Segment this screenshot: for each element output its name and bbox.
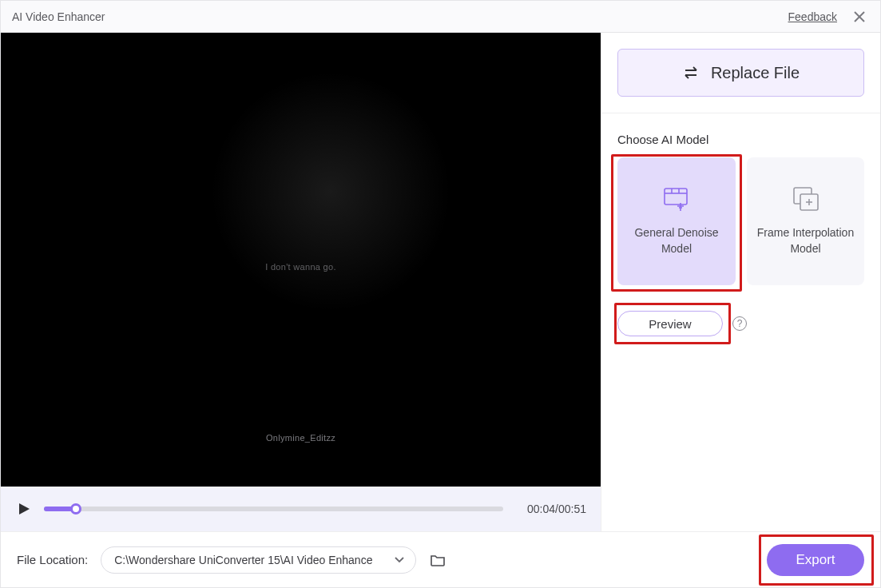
- model-section: Choose AI Model General Denoise Model: [601, 113, 880, 336]
- folder-icon: [430, 553, 446, 567]
- close-button[interactable]: [850, 7, 869, 26]
- progress-slider[interactable]: [44, 501, 503, 517]
- main-area: I don't wanna go. Onlymine_Editzz 00:04/…: [1, 33, 880, 531]
- file-location-dropdown[interactable]: C:\Wondershare UniConverter 15\AI Video …: [101, 546, 416, 574]
- file-location-label: File Location:: [17, 553, 88, 566]
- left-pane: I don't wanna go. Onlymine_Editzz 00:04/…: [1, 33, 601, 531]
- close-icon: [853, 10, 866, 23]
- feedback-link[interactable]: Feedback: [788, 10, 837, 23]
- footer: File Location: C:\Wondershare UniConvert…: [1, 531, 880, 587]
- help-button[interactable]: ?: [732, 316, 747, 331]
- video-preview[interactable]: I don't wanna go. Onlymine_Editzz: [1, 33, 601, 487]
- section-title: Choose AI Model: [617, 133, 864, 146]
- model-general-denoise[interactable]: General Denoise Model: [617, 157, 736, 285]
- progress-handle[interactable]: [70, 503, 81, 514]
- playback-bar: 00:04/00:51: [1, 487, 601, 531]
- right-panel: Replace File Choose AI Model: [601, 33, 880, 531]
- svg-marker-2: [19, 503, 30, 514]
- video-caption: I don't wanna go.: [197, 262, 405, 272]
- open-folder-button[interactable]: [429, 551, 446, 569]
- play-button[interactable]: [15, 500, 33, 518]
- denoise-icon: [660, 185, 693, 214]
- preview-button[interactable]: Preview: [617, 311, 723, 336]
- app-window: AI Video Enhancer Feedback I don't wanna…: [0, 0, 881, 588]
- chevron-down-icon: [395, 557, 404, 563]
- play-icon: [17, 502, 31, 516]
- swap-icon: [682, 66, 700, 79]
- model-frame-interpolation[interactable]: Frame Interpolation Model: [747, 157, 864, 285]
- interpolation-icon: [789, 185, 823, 214]
- export-button[interactable]: Export: [767, 544, 864, 576]
- time-display: 00:04/00:51: [514, 503, 586, 515]
- svg-rect-3: [665, 189, 687, 205]
- replace-file-button[interactable]: Replace File: [617, 49, 864, 97]
- video-watermark: Onlymine_Editzz: [266, 433, 335, 443]
- app-title: AI Video Enhancer: [12, 10, 105, 23]
- titlebar: AI Video Enhancer Feedback: [1, 1, 880, 33]
